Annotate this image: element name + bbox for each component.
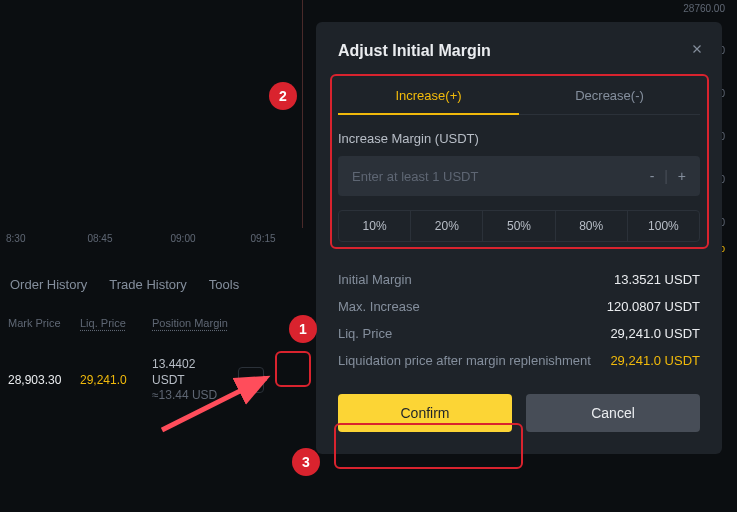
time-tick: 08:45 [87, 233, 112, 244]
close-button[interactable] [690, 40, 704, 61]
liq-price-value: 29,241.0 [72, 373, 144, 387]
confirm-button[interactable]: Confirm [338, 394, 512, 432]
tab-tools[interactable]: Tools [209, 277, 239, 292]
modal-button-row: Confirm Cancel [338, 394, 700, 432]
value-liq-after: 29,241.0 USDT [610, 353, 700, 368]
col-liq-price: Liq. Price [72, 317, 144, 329]
margin-direction-tabs: Increase(+) Decrease(-) [338, 80, 700, 115]
chart-price-tick: 28760.00 [683, 3, 725, 14]
label-initial-margin: Initial Margin [338, 272, 412, 287]
time-tick: 09:00 [171, 233, 196, 244]
pct-10[interactable]: 10% [339, 211, 410, 241]
row-max-increase: Max. Increase 120.0807 USDT [338, 293, 700, 320]
margin-usdt: 13.4402 USDT [152, 357, 226, 388]
margin-input[interactable]: Enter at least 1 USDT - | + [338, 156, 700, 196]
highlight-3-badge: 3 [292, 448, 320, 476]
position-row: 28,903.30 29,241.0 13.4402 USDT ≈13.44 U… [0, 357, 264, 404]
time-tick: 8:30 [6, 233, 25, 244]
quantity-stepper: - | + [650, 168, 688, 184]
label-liq-price: Liq. Price [338, 326, 392, 341]
margin-input-label: Increase Margin (USDT) [338, 131, 700, 146]
col-mark-price: Mark Price [0, 317, 72, 329]
stepper-plus[interactable]: + [678, 168, 688, 184]
percent-preset-row: 10% 20% 50% 80% 100% [338, 210, 700, 242]
time-tick: 09:15 [251, 233, 276, 244]
close-icon [690, 42, 704, 56]
stepper-divider: | [664, 168, 670, 184]
value-initial-margin: 13.3521 USDT [614, 272, 700, 287]
pct-100[interactable]: 100% [627, 211, 699, 241]
col-position-margin: Position Margin [144, 317, 244, 329]
tab-decrease[interactable]: Decrease(-) [519, 80, 700, 114]
highlight-1-rect [275, 351, 311, 387]
position-tabs: Order History Trade History Tools [10, 277, 239, 292]
position-margin-value: 13.4402 USDT ≈13.44 USD [144, 357, 234, 404]
cancel-button[interactable]: Cancel [526, 394, 700, 432]
edit-margin-button[interactable] [238, 367, 264, 393]
row-initial-margin: Initial Margin 13.3521 USDT [338, 266, 700, 293]
highlight-1-badge: 1 [289, 315, 317, 343]
pct-80[interactable]: 80% [555, 211, 627, 241]
position-table-header: Mark Price Liq. Price Position Margin [0, 317, 244, 329]
chart-time-axis: 8:30 08:45 09:00 09:15 [0, 233, 310, 244]
chart-current-time-line [302, 0, 303, 228]
pct-50[interactable]: 50% [482, 211, 554, 241]
label-liq-after: Liquidation price after margin replenish… [338, 353, 591, 368]
value-max-increase: 120.0807 USDT [607, 299, 700, 314]
row-liq-after: Liquidation price after margin replenish… [338, 347, 700, 374]
tab-order-history[interactable]: Order History [10, 277, 87, 292]
tab-trade-history[interactable]: Trade History [109, 277, 187, 292]
pencil-icon [247, 374, 255, 387]
tab-increase[interactable]: Increase(+) [338, 80, 519, 115]
stepper-minus[interactable]: - [650, 168, 657, 184]
label-max-increase: Max. Increase [338, 299, 420, 314]
adjust-margin-modal: Adjust Initial Margin Increase(+) Decrea… [316, 22, 722, 454]
mark-price-value: 28,903.30 [0, 373, 72, 387]
modal-title: Adjust Initial Margin [338, 42, 700, 60]
value-liq-price: 29,241.0 USDT [610, 326, 700, 341]
pct-20[interactable]: 20% [410, 211, 482, 241]
margin-input-placeholder: Enter at least 1 USDT [352, 169, 478, 184]
margin-usd: ≈13.44 USD [152, 388, 226, 404]
row-liq-price: Liq. Price 29,241.0 USDT [338, 320, 700, 347]
